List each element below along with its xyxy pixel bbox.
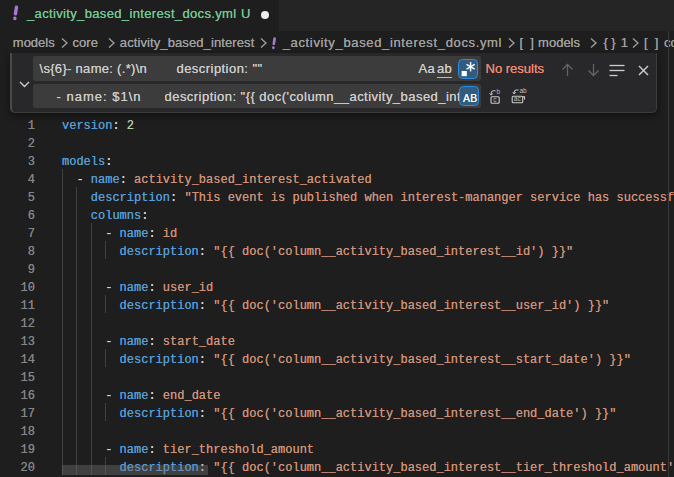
svg-text:ab: ab: [519, 87, 527, 94]
svg-text:ac: ac: [513, 95, 521, 102]
svg-text:b: b: [497, 88, 501, 95]
